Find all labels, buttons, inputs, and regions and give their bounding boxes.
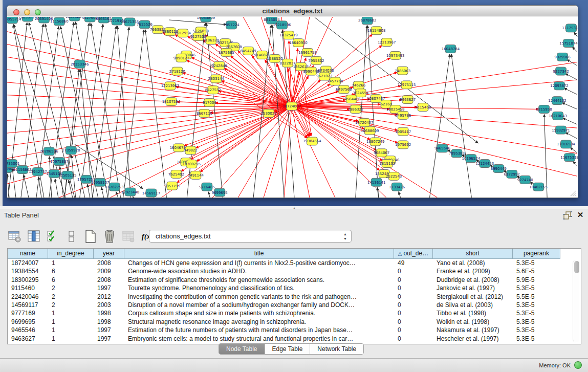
cell-name: 18300295: [8, 276, 48, 284]
node-label: 10958107: [91, 181, 110, 185]
column-header-out_degree[interactable]: △out_de…: [394, 249, 433, 259]
graph-node[interactable]: 9857791: [164, 182, 180, 190]
graph-node[interactable]: 14136141: [367, 178, 386, 186]
graph-node[interactable]: 10688609: [361, 126, 379, 135]
window-titlebar[interactable]: citations_edges.txt: [7, 6, 578, 16]
graph-node[interactable]: 9115460: [415, 103, 431, 112]
table-row[interactable]: 1872400712008Changes of HCN gene express…: [8, 259, 568, 267]
graph-node[interactable]: 1975692: [395, 141, 411, 149]
graph-node[interactable]: 9463627: [400, 96, 416, 104]
select-column-icon[interactable]: [26, 229, 41, 244]
graph-node[interactable]: 11175312: [562, 24, 578, 32]
table-row[interactable]: 2242004622012Investigating the contribut…: [8, 293, 568, 301]
table-row[interactable]: 1456911722003Disruption of a novel membe…: [8, 301, 568, 309]
graph-node[interactable]: 12213967: [378, 38, 396, 47]
column-header-short[interactable]: short: [433, 249, 513, 259]
table-vertical-scrollbar[interactable]: [573, 260, 579, 342]
graph-node[interactable]: 15751874: [559, 39, 578, 48]
new-table-icon[interactable]: [83, 229, 98, 244]
graph-node[interactable]: 12975115: [398, 81, 416, 89]
graph-node[interactable]: 17359928: [62, 146, 80, 155]
cell-year: 2008: [94, 259, 124, 267]
network-canvas[interactable]: 1405571418853719206914061115686010653287…: [7, 17, 578, 198]
graph-node[interactable]: 7955812: [308, 56, 324, 64]
table-settings-icon[interactable]: [7, 229, 23, 244]
table-row[interactable]: 911546021997Tourette syndrome. Phenomeno…: [8, 284, 568, 292]
graph-node[interactable]: 14569117: [142, 189, 161, 197]
graph-node[interactable]: 11675318: [560, 154, 578, 162]
scrollbar-thumb[interactable]: [574, 261, 579, 273]
graph-node[interactable]: 5716485: [199, 183, 215, 191]
graph-node[interactable]: 9329966: [555, 53, 571, 61]
table-selector-dropdown[interactable]: citations_edges.txt ▲▼: [149, 230, 352, 243]
cell-short: Yano et al. (2008): [433, 259, 513, 267]
select-rows-icon[interactable]: [45, 229, 60, 244]
graph-node[interactable]: 8215958: [536, 105, 552, 114]
graph-node[interactable]: 19384554: [303, 137, 321, 145]
table-row[interactable]: 1938455462009Genome-wide association stu…: [8, 267, 568, 275]
citation-edge-black: [562, 103, 577, 110]
graph-node[interactable]: 12213963: [161, 82, 180, 90]
node-label: 1815132: [379, 162, 395, 166]
clear-selection-icon[interactable]: [64, 229, 79, 244]
table-row[interactable]: 969969511998Structural magnetic resonanc…: [8, 318, 568, 326]
graph-node[interactable]: 26878682: [358, 17, 377, 25]
graph-node[interactable]: 16961758: [298, 48, 317, 56]
table-row[interactable]: 977716911998Corpus callosum shape and si…: [8, 309, 568, 317]
graph-node[interactable]: 6172992: [504, 170, 520, 178]
graph-node[interactable]: 9699695: [212, 188, 228, 196]
cell-year: 1997: [94, 284, 124, 292]
graph-node[interactable]: 7857224: [224, 21, 240, 29]
table-row[interactable]: 1830029562008Estimation of significance …: [8, 276, 568, 284]
graph-node[interactable]: 7625402: [168, 170, 184, 178]
close-panel-icon[interactable]: ✕: [576, 210, 584, 220]
graph-node[interactable]: 18107554: [162, 98, 181, 106]
cell-year: 2009: [94, 267, 124, 275]
graph-node[interactable]: 1905417: [395, 127, 411, 136]
graph-node[interactable]: 746266: [352, 81, 365, 90]
node-label: 10196524: [462, 157, 481, 161]
graph-node[interactable]: 15720407: [355, 118, 374, 126]
graph-node[interactable]: 16154808: [367, 27, 386, 35]
cell-title: Genome-wide association studies in ADHD.: [124, 267, 394, 275]
column-header-in_degree[interactable]: in_degree: [48, 249, 94, 259]
graph-node[interactable]: 17016534: [557, 140, 575, 148]
split-handle-icon[interactable]: ▴: [292, 207, 297, 209]
tab-edge-table[interactable]: Edge Table: [265, 344, 311, 354]
graph-node[interactable]: 10975887: [50, 158, 69, 166]
float-panel-icon[interactable]: [563, 211, 572, 220]
graph-node[interactable]: 7485063: [395, 67, 410, 75]
tab-node-table[interactable]: Node Table: [219, 344, 265, 354]
graph-node[interactable]: 1491144: [188, 171, 204, 179]
delete-table-icon[interactable]: [102, 229, 117, 244]
import-table-icon[interactable]: [121, 229, 136, 244]
column-header-pagerank[interactable]: pagerank: [513, 249, 560, 259]
cell-out_degree: 0: [394, 293, 433, 301]
graph-node[interactable]: 2718120: [169, 67, 185, 75]
table-row[interactable]: 946554611997Estimation of the future num…: [8, 326, 568, 334]
node-label: 2718120: [169, 70, 185, 74]
node-label: 14136141: [367, 181, 386, 185]
column-header-title[interactable]: title: [124, 249, 394, 259]
table-panel-header: Table Panel ✕: [0, 209, 588, 222]
graph-node[interactable]: 1733426: [389, 183, 405, 191]
node-label: 949822: [184, 148, 198, 152]
node-label: 15751874: [559, 41, 578, 46]
network-view-window[interactable]: citations_edges.txt 14055714188537192069…: [7, 5, 578, 198]
graph-node[interactable]: 10402155: [529, 183, 548, 191]
graph-node[interactable]: 917004: [203, 99, 216, 107]
table-row[interactable]: 946362711997Embryonic stem cells: a mode…: [8, 335, 568, 343]
graph-node[interactable]: 16033809: [197, 17, 215, 22]
graph-node[interactable]: 16648784: [442, 45, 460, 53]
graph-node[interactable]: 18640910: [289, 39, 308, 47]
node-label: 1588520: [267, 57, 283, 61]
node-label: 12923448: [121, 190, 140, 194]
resize-grip[interactable]: [571, 190, 576, 196]
node-label: 7625402: [168, 172, 184, 177]
tab-network-table[interactable]: Network Table: [310, 344, 363, 354]
graph-node[interactable]: 949822: [184, 146, 198, 155]
column-header-year[interactable]: year: [94, 249, 124, 259]
graph-node[interactable]: 6497568: [336, 85, 352, 94]
column-header-name[interactable]: name: [8, 249, 48, 259]
memory-status-icon[interactable]: [574, 361, 582, 369]
